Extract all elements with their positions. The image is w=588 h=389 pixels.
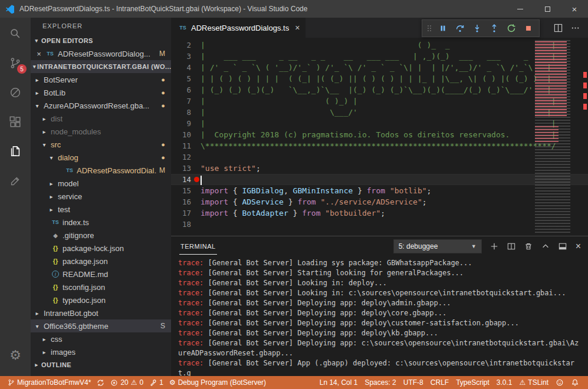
tab-close-icon[interactable]: × xyxy=(295,23,300,32)
tree-item-test[interactable]: ▸test xyxy=(31,203,171,216)
drag-handle-icon[interactable] xyxy=(425,24,433,33)
step-over-button[interactable] xyxy=(452,21,468,36)
tree-item-node-modules[interactable]: ▸node_modules xyxy=(31,125,171,138)
line-number[interactable]: 4 xyxy=(171,62,201,73)
minimap[interactable] xyxy=(535,40,570,235)
step-into-button[interactable] xyxy=(469,21,485,36)
tree-item-src[interactable]: ▾src● xyxy=(31,138,171,151)
problems-item[interactable]: 20 ⚠ 0 xyxy=(107,376,146,389)
tree-item-package-json[interactable]: {}package.json xyxy=(31,255,171,268)
tree-item-css[interactable]: ▸css xyxy=(31,332,171,345)
tree-item-intranetbot-gbot[interactable]: ▸IntranetBot.gbot xyxy=(31,306,171,319)
panel-layout-icon[interactable] xyxy=(559,242,567,250)
code-text: import { ADService } from "../service/AD… xyxy=(201,196,427,207)
modified-dot-icon: ● xyxy=(161,141,165,148)
debug-activity-button[interactable] xyxy=(0,78,31,107)
new-terminal-icon[interactable] xyxy=(490,242,498,250)
line-number[interactable]: 16 xyxy=(171,196,201,207)
tree-item-tsconfig-json[interactable]: {}tsconfig.json xyxy=(31,281,171,294)
git-branch-item[interactable]: MigrationToBotFmwV4* xyxy=(5,376,94,389)
terminal-tab[interactable]: TERMINAL xyxy=(179,238,217,255)
terminal-output[interactable]: trace: [General Bot Server] Loading sys … xyxy=(171,256,588,376)
debug-program-item[interactable]: ⚙ Debug Program (BotServer) xyxy=(166,376,269,389)
ruler-error-mark xyxy=(583,104,587,110)
tree-item-office365-gbtheme[interactable]: ▾Office365.gbthemeS xyxy=(31,319,171,332)
close-editor-icon[interactable]: × xyxy=(35,50,42,58)
line-number[interactable]: 18 xyxy=(171,219,201,230)
terminal-line: trace: [General Bot Server] Looking in: … xyxy=(178,288,581,298)
kill-terminal-icon[interactable] xyxy=(524,242,533,250)
settings-button[interactable]: ⚙ xyxy=(0,341,31,370)
tree-item-gitignore[interactable]: ◆.gitignore xyxy=(31,229,171,242)
tree-item-typedoc-json[interactable]: {}typedoc.json xyxy=(31,294,171,306)
tree-item-botlib[interactable]: ▸BotLib● xyxy=(31,86,171,99)
line-number[interactable]: 3 xyxy=(171,51,201,62)
extensions-activity-button[interactable] xyxy=(0,107,31,137)
line-number[interactable]: 5 xyxy=(171,73,201,84)
tree-item-dialog[interactable]: ▾dialog● xyxy=(31,151,171,164)
tree-item-model[interactable]: ▸model xyxy=(31,177,171,190)
minimize-button[interactable] xyxy=(507,0,534,18)
step-out-button[interactable] xyxy=(487,21,502,36)
tslint-item[interactable]: ⚠ TSLint xyxy=(517,376,551,389)
terminal-text: [General Bot Server] Deploying app: c:\s… xyxy=(178,339,579,357)
tree-item-index-ts[interactable]: TSindex.ts xyxy=(31,216,171,229)
tree-item-service[interactable]: ▸service xyxy=(31,190,171,203)
open-editors-header[interactable]: ▾ OPEN EDITORS xyxy=(31,34,171,47)
close-panel-icon[interactable]: × xyxy=(576,242,581,251)
line-number[interactable]: 15 xyxy=(171,185,201,196)
line-number[interactable]: 10 xyxy=(171,129,201,140)
tree-item-botserver[interactable]: ▸BotServer● xyxy=(31,73,171,86)
tree-item-dist[interactable]: ▸dist xyxy=(31,112,171,125)
line-number[interactable]: 17 xyxy=(171,207,201,219)
stop-button[interactable] xyxy=(521,21,536,36)
line-number[interactable]: 12 xyxy=(171,151,201,163)
tree-item-adresetpassworddial[interactable]: TSADResetPasswordDial...M xyxy=(31,164,171,177)
maximize-panel-icon[interactable] xyxy=(541,242,550,250)
tab-adresetpassworddialogs[interactable]: TS ADResetPasswordDialogs.ts × xyxy=(171,18,306,38)
tree-item-images[interactable]: ▸images xyxy=(31,345,171,358)
source-control-activity-button[interactable]: 5 xyxy=(0,48,31,78)
terminal-instance-selector[interactable]: 5: debuggee ▼ xyxy=(393,239,482,253)
tree-item-label: README.md xyxy=(63,270,108,279)
pause-button[interactable] xyxy=(435,21,451,36)
edit-activity-button[interactable] xyxy=(0,166,31,196)
restart-button[interactable] xyxy=(504,21,519,36)
tree-item-package-lock-json[interactable]: {}package-lock.json xyxy=(31,242,171,255)
line-number[interactable]: 13 xyxy=(171,163,201,174)
line-number[interactable]: 6 xyxy=(171,84,201,95)
indentation-item[interactable]: Spaces: 2 xyxy=(362,376,399,389)
more-actions-icon[interactable] xyxy=(571,24,580,32)
encoding-item[interactable]: UTF-8 xyxy=(400,376,426,389)
code-line-9: 9| | xyxy=(171,118,588,129)
line-number[interactable]: 7 xyxy=(171,95,201,107)
split-editor-icon[interactable] xyxy=(554,24,563,32)
close-window-button[interactable]: × xyxy=(561,0,588,18)
notifications-item[interactable] xyxy=(568,376,582,389)
language-item[interactable]: TypeScript xyxy=(453,376,492,389)
window-title: ADResetPasswordDialogs.ts - IntranetBotQ… xyxy=(19,5,307,13)
split-terminal-icon[interactable] xyxy=(507,242,515,250)
maximize-button[interactable] xyxy=(534,0,561,18)
line-number[interactable]: 11 xyxy=(171,140,201,151)
tree-item-readme-md[interactable]: iREADME.md xyxy=(31,268,171,281)
outline-header[interactable]: ▸ OUTLINE xyxy=(31,358,171,371)
line-number[interactable]: 9 xyxy=(171,118,201,129)
workspace-header[interactable]: ▾ INTRANETBOTQUICKSTART.GBAI (WO... xyxy=(31,60,171,73)
open-editor-item[interactable]: ×TSADResetPasswordDialog...M xyxy=(31,47,171,60)
editor-actions xyxy=(554,18,588,38)
code-editor[interactable]: 2| ( )_ _ |3| ___ ___ _ __ _ _ __ ___ __… xyxy=(171,38,588,236)
line-number[interactable]: 14 xyxy=(171,174,201,185)
explorer-activity-button[interactable] xyxy=(0,137,31,166)
line-number[interactable]: 2 xyxy=(171,39,201,51)
ts-version-item[interactable]: 3.0.1 xyxy=(494,376,515,389)
eol-item[interactable]: CRLF xyxy=(428,376,452,389)
breakpoint-icon[interactable] xyxy=(194,177,199,182)
tools-item[interactable]: 1 xyxy=(146,376,166,389)
cursor-position-item[interactable]: Ln 14, Col 1 xyxy=(317,376,361,389)
feedback-item[interactable] xyxy=(553,376,567,389)
search-activity-button[interactable] xyxy=(0,19,31,48)
sync-button[interactable] xyxy=(94,376,107,389)
line-number[interactable]: 8 xyxy=(171,107,201,118)
tree-item-azureadpasswordreset-gba[interactable]: ▾AzureADPasswordReset.gba...● xyxy=(31,99,171,112)
